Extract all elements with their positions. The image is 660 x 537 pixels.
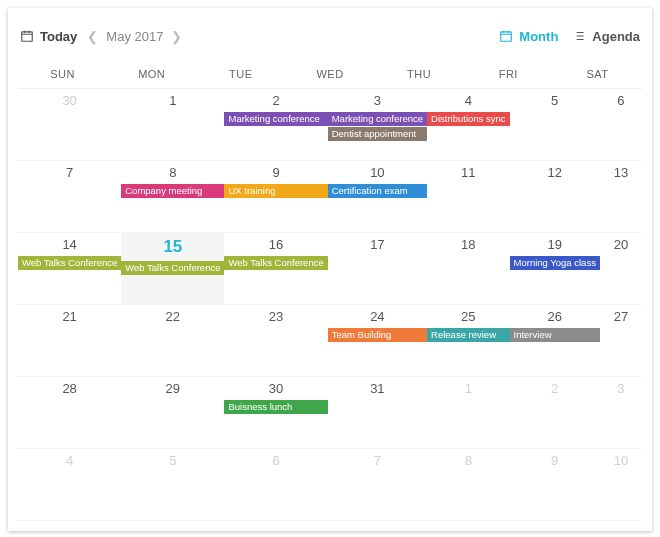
day-cell[interactable]: 20 — [600, 233, 642, 305]
day-cell[interactable]: 27 — [600, 305, 642, 377]
day-number: 16 — [224, 237, 327, 256]
day-cell[interactable]: 17 — [328, 233, 427, 305]
events-container: Team Building — [328, 328, 427, 342]
day-number: 30 — [224, 381, 327, 400]
day-number: 9 — [224, 165, 327, 184]
day-cell[interactable]: 18 — [427, 233, 509, 305]
day-number: 18 — [427, 237, 509, 256]
day-number: 23 — [224, 309, 327, 328]
svg-rect-0 — [22, 32, 33, 41]
day-number: 22 — [121, 309, 224, 328]
day-cell[interactable]: 29 — [121, 377, 224, 449]
day-number: 28 — [18, 381, 121, 400]
calendar-event[interactable]: Company meeting — [121, 184, 224, 198]
day-cell[interactable]: 1 — [121, 89, 224, 161]
day-cell[interactable]: 22 — [121, 305, 224, 377]
day-cell[interactable]: 9 — [510, 449, 600, 521]
calendar-event[interactable]: Marketing conference — [224, 112, 327, 126]
day-number: 25 — [427, 309, 509, 328]
day-cell[interactable]: 4Distributions sync — [427, 89, 509, 161]
calendar-event[interactable]: Morning Yoga class — [510, 256, 600, 270]
day-cell[interactable]: 6 — [600, 89, 642, 161]
day-number: 19 — [510, 237, 600, 256]
day-cell[interactable]: 5 — [510, 89, 600, 161]
day-cell[interactable]: 30 — [18, 89, 121, 161]
day-cell[interactable]: 8 — [427, 449, 509, 521]
day-cell[interactable]: 4 — [18, 449, 121, 521]
calendar-event[interactable]: Web Talks Conference — [224, 256, 327, 270]
day-cell[interactable]: 10 — [600, 449, 642, 521]
day-cell[interactable]: 3 — [600, 377, 642, 449]
calendar-event[interactable]: Web Talks Conference — [18, 256, 121, 270]
calendar-header: Today ❮ May 2017 ❯ Month — [18, 14, 642, 52]
calendar-event[interactable]: Buisness lunch — [224, 400, 327, 414]
day-cell[interactable]: 30Buisness lunch — [224, 377, 327, 449]
today-button[interactable]: Today — [20, 29, 77, 44]
day-number: 5 — [121, 453, 224, 472]
day-number: 11 — [427, 165, 509, 184]
month-grid: 3012Marketing conference3Marketing confe… — [18, 89, 642, 521]
day-cell[interactable]: 7 — [18, 161, 121, 233]
events-container: Buisness lunch — [224, 400, 327, 414]
next-month-button[interactable]: ❯ — [171, 29, 182, 44]
agenda-list-icon — [572, 29, 586, 43]
calendar-grid-icon — [499, 29, 513, 43]
view-month-button[interactable]: Month — [499, 29, 558, 44]
day-number: 20 — [600, 237, 642, 256]
day-number: 8 — [121, 165, 224, 184]
day-cell[interactable]: 25Release review — [427, 305, 509, 377]
period-label[interactable]: May 2017 — [106, 29, 163, 44]
view-agenda-button[interactable]: Agenda — [572, 29, 640, 44]
day-number: 7 — [18, 165, 121, 184]
day-number: 15 — [121, 237, 224, 261]
day-number: 31 — [328, 381, 427, 400]
day-cell[interactable]: 26Interview — [510, 305, 600, 377]
day-number: 26 — [510, 309, 600, 328]
calendar-event[interactable]: Certification exam — [328, 184, 427, 198]
calendar-event[interactable]: UX training — [224, 184, 327, 198]
calendar-event[interactable]: Interview — [510, 328, 600, 342]
calendar-event[interactable]: Marketing conference — [328, 112, 427, 126]
calendar-event[interactable]: Team Building — [328, 328, 427, 342]
day-cell[interactable]: 8Company meeting — [121, 161, 224, 233]
day-cell[interactable]: 24Team Building — [328, 305, 427, 377]
day-cell[interactable]: 12 — [510, 161, 600, 233]
day-cell[interactable]: 7 — [328, 449, 427, 521]
day-cell[interactable]: 19Morning Yoga class — [510, 233, 600, 305]
day-cell[interactable]: 2 — [510, 377, 600, 449]
day-number: 5 — [510, 93, 600, 112]
day-cell[interactable]: 23 — [224, 305, 327, 377]
day-cell[interactable]: 15Web Talks Conference — [121, 233, 224, 305]
day-cell[interactable]: 9UX training — [224, 161, 327, 233]
day-cell[interactable]: 3Marketing conferenceDentist appointment — [328, 89, 427, 161]
prev-month-button[interactable]: ❮ — [87, 29, 98, 44]
day-cell[interactable]: 14Web Talks Conference — [18, 233, 121, 305]
day-header: THU — [375, 58, 464, 88]
view-month-label: Month — [519, 29, 558, 44]
day-cell[interactable]: 16Web Talks Conference — [224, 233, 327, 305]
events-container: Release review — [427, 328, 509, 342]
calendar-event[interactable]: Distributions sync — [427, 112, 509, 126]
day-cell[interactable]: 2Marketing conference — [224, 89, 327, 161]
day-number: 24 — [328, 309, 427, 328]
header-left: Today ❮ May 2017 ❯ — [20, 29, 499, 44]
day-cell[interactable]: 13 — [600, 161, 642, 233]
header-right: Month Agenda — [499, 29, 640, 44]
calendar-event[interactable]: Web Talks Conference — [121, 261, 224, 275]
calendar-event[interactable]: Release review — [427, 328, 509, 342]
events-container: Marketing conferenceDentist appointment — [328, 112, 427, 141]
day-cell[interactable]: 31 — [328, 377, 427, 449]
day-cell[interactable]: 1 — [427, 377, 509, 449]
day-number: 10 — [600, 453, 642, 472]
day-number: 4 — [427, 93, 509, 112]
day-cell[interactable]: 6 — [224, 449, 327, 521]
day-number: 3 — [600, 381, 642, 400]
day-header: FRI — [464, 58, 553, 88]
day-cell[interactable]: 21 — [18, 305, 121, 377]
calendar-event[interactable]: Dentist appointment — [328, 127, 427, 141]
day-cell[interactable]: 11 — [427, 161, 509, 233]
day-cell[interactable]: 5 — [121, 449, 224, 521]
day-number: 10 — [328, 165, 427, 184]
day-cell[interactable]: 10Certification exam — [328, 161, 427, 233]
day-cell[interactable]: 28 — [18, 377, 121, 449]
